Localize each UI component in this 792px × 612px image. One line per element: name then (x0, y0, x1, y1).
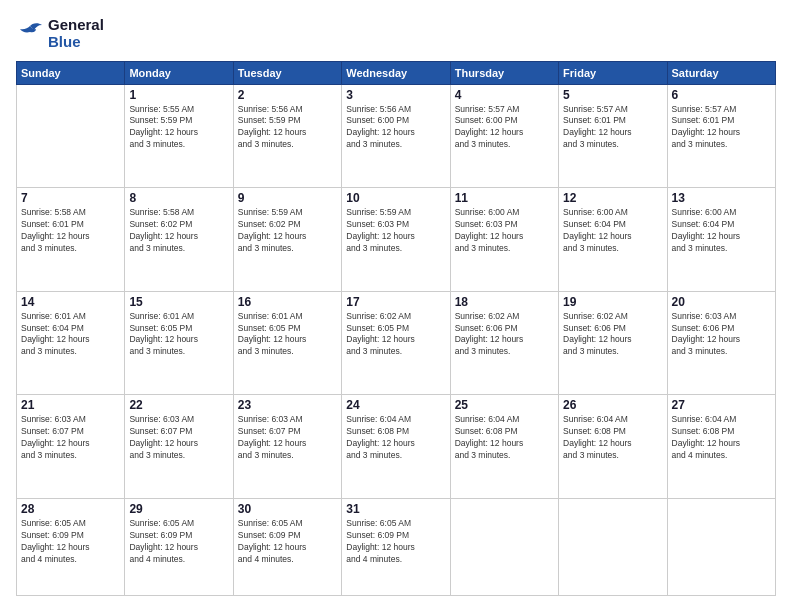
calendar-day-cell: 21Sunrise: 6:03 AM Sunset: 6:07 PM Dayli… (17, 395, 125, 499)
day-info: Sunrise: 5:56 AM Sunset: 5:59 PM Dayligh… (238, 104, 337, 152)
calendar-day-cell: 19Sunrise: 6:02 AM Sunset: 6:06 PM Dayli… (559, 291, 667, 395)
day-info: Sunrise: 6:03 AM Sunset: 6:06 PM Dayligh… (672, 311, 771, 359)
day-number: 3 (346, 88, 445, 102)
calendar-week-row: 7Sunrise: 5:58 AM Sunset: 6:01 PM Daylig… (17, 188, 776, 292)
day-info: Sunrise: 5:57 AM Sunset: 6:01 PM Dayligh… (563, 104, 662, 152)
day-info: Sunrise: 6:05 AM Sunset: 6:09 PM Dayligh… (346, 518, 445, 566)
day-info: Sunrise: 6:02 AM Sunset: 6:06 PM Dayligh… (455, 311, 554, 359)
calendar-day-cell: 17Sunrise: 6:02 AM Sunset: 6:05 PM Dayli… (342, 291, 450, 395)
logo-text-line2: Blue (48, 33, 104, 50)
calendar-day-header: Wednesday (342, 61, 450, 84)
day-number: 12 (563, 191, 662, 205)
logo-icon (16, 22, 44, 44)
calendar-day-cell: 29Sunrise: 6:05 AM Sunset: 6:09 PM Dayli… (125, 498, 233, 595)
day-number: 28 (21, 502, 120, 516)
calendar-day-cell: 13Sunrise: 6:00 AM Sunset: 6:04 PM Dayli… (667, 188, 775, 292)
calendar-day-cell: 24Sunrise: 6:04 AM Sunset: 6:08 PM Dayli… (342, 395, 450, 499)
calendar-day-cell: 30Sunrise: 6:05 AM Sunset: 6:09 PM Dayli… (233, 498, 341, 595)
calendar-day-cell: 2Sunrise: 5:56 AM Sunset: 5:59 PM Daylig… (233, 84, 341, 188)
day-number: 18 (455, 295, 554, 309)
day-info: Sunrise: 6:03 AM Sunset: 6:07 PM Dayligh… (129, 414, 228, 462)
calendar-day-cell (17, 84, 125, 188)
day-info: Sunrise: 6:01 AM Sunset: 6:05 PM Dayligh… (238, 311, 337, 359)
calendar-day-cell: 7Sunrise: 5:58 AM Sunset: 6:01 PM Daylig… (17, 188, 125, 292)
calendar-day-header: Sunday (17, 61, 125, 84)
calendar-day-cell: 8Sunrise: 5:58 AM Sunset: 6:02 PM Daylig… (125, 188, 233, 292)
day-number: 6 (672, 88, 771, 102)
day-info: Sunrise: 6:04 AM Sunset: 6:08 PM Dayligh… (455, 414, 554, 462)
calendar-day-cell: 3Sunrise: 5:56 AM Sunset: 6:00 PM Daylig… (342, 84, 450, 188)
calendar-day-cell: 6Sunrise: 5:57 AM Sunset: 6:01 PM Daylig… (667, 84, 775, 188)
day-number: 23 (238, 398, 337, 412)
calendar-week-row: 1Sunrise: 5:55 AM Sunset: 5:59 PM Daylig… (17, 84, 776, 188)
day-number: 20 (672, 295, 771, 309)
day-number: 21 (21, 398, 120, 412)
day-number: 5 (563, 88, 662, 102)
calendar-day-cell: 11Sunrise: 6:00 AM Sunset: 6:03 PM Dayli… (450, 188, 558, 292)
calendar-day-cell: 14Sunrise: 6:01 AM Sunset: 6:04 PM Dayli… (17, 291, 125, 395)
day-number: 11 (455, 191, 554, 205)
calendar-day-cell: 27Sunrise: 6:04 AM Sunset: 6:08 PM Dayli… (667, 395, 775, 499)
day-info: Sunrise: 5:59 AM Sunset: 6:03 PM Dayligh… (346, 207, 445, 255)
day-info: Sunrise: 6:04 AM Sunset: 6:08 PM Dayligh… (563, 414, 662, 462)
calendar-day-cell: 12Sunrise: 6:00 AM Sunset: 6:04 PM Dayli… (559, 188, 667, 292)
calendar-day-cell: 9Sunrise: 5:59 AM Sunset: 6:02 PM Daylig… (233, 188, 341, 292)
day-info: Sunrise: 6:05 AM Sunset: 6:09 PM Dayligh… (129, 518, 228, 566)
day-number: 2 (238, 88, 337, 102)
day-info: Sunrise: 5:56 AM Sunset: 6:00 PM Dayligh… (346, 104, 445, 152)
logo: General Blue (16, 16, 104, 51)
day-number: 4 (455, 88, 554, 102)
day-number: 25 (455, 398, 554, 412)
day-info: Sunrise: 5:57 AM Sunset: 6:00 PM Dayligh… (455, 104, 554, 152)
day-info: Sunrise: 6:04 AM Sunset: 6:08 PM Dayligh… (346, 414, 445, 462)
day-number: 31 (346, 502, 445, 516)
calendar-day-cell: 18Sunrise: 6:02 AM Sunset: 6:06 PM Dayli… (450, 291, 558, 395)
page: General Blue SundayMondayTuesdayWednesda… (0, 0, 792, 612)
day-number: 27 (672, 398, 771, 412)
day-number: 8 (129, 191, 228, 205)
day-number: 19 (563, 295, 662, 309)
logo-text-line1: General (48, 16, 104, 33)
calendar-day-cell: 15Sunrise: 6:01 AM Sunset: 6:05 PM Dayli… (125, 291, 233, 395)
day-number: 13 (672, 191, 771, 205)
calendar-day-header: Monday (125, 61, 233, 84)
calendar-day-cell: 10Sunrise: 5:59 AM Sunset: 6:03 PM Dayli… (342, 188, 450, 292)
calendar-week-row: 21Sunrise: 6:03 AM Sunset: 6:07 PM Dayli… (17, 395, 776, 499)
calendar-day-cell (450, 498, 558, 595)
day-info: Sunrise: 6:00 AM Sunset: 6:04 PM Dayligh… (672, 207, 771, 255)
day-number: 14 (21, 295, 120, 309)
day-info: Sunrise: 5:59 AM Sunset: 6:02 PM Dayligh… (238, 207, 337, 255)
calendar-day-header: Saturday (667, 61, 775, 84)
day-number: 16 (238, 295, 337, 309)
day-number: 22 (129, 398, 228, 412)
calendar-day-cell: 4Sunrise: 5:57 AM Sunset: 6:00 PM Daylig… (450, 84, 558, 188)
day-info: Sunrise: 6:02 AM Sunset: 6:05 PM Dayligh… (346, 311, 445, 359)
calendar-day-cell: 22Sunrise: 6:03 AM Sunset: 6:07 PM Dayli… (125, 395, 233, 499)
day-info: Sunrise: 5:58 AM Sunset: 6:01 PM Dayligh… (21, 207, 120, 255)
day-info: Sunrise: 6:03 AM Sunset: 6:07 PM Dayligh… (21, 414, 120, 462)
day-info: Sunrise: 6:01 AM Sunset: 6:05 PM Dayligh… (129, 311, 228, 359)
calendar-week-row: 14Sunrise: 6:01 AM Sunset: 6:04 PM Dayli… (17, 291, 776, 395)
calendar-day-cell: 25Sunrise: 6:04 AM Sunset: 6:08 PM Dayli… (450, 395, 558, 499)
day-info: Sunrise: 5:55 AM Sunset: 5:59 PM Dayligh… (129, 104, 228, 152)
day-info: Sunrise: 6:03 AM Sunset: 6:07 PM Dayligh… (238, 414, 337, 462)
day-number: 29 (129, 502, 228, 516)
day-info: Sunrise: 6:05 AM Sunset: 6:09 PM Dayligh… (21, 518, 120, 566)
day-info: Sunrise: 6:05 AM Sunset: 6:09 PM Dayligh… (238, 518, 337, 566)
day-info: Sunrise: 6:00 AM Sunset: 6:03 PM Dayligh… (455, 207, 554, 255)
day-number: 30 (238, 502, 337, 516)
calendar-day-cell: 26Sunrise: 6:04 AM Sunset: 6:08 PM Dayli… (559, 395, 667, 499)
day-number: 10 (346, 191, 445, 205)
calendar-day-header: Friday (559, 61, 667, 84)
calendar-day-cell: 5Sunrise: 5:57 AM Sunset: 6:01 PM Daylig… (559, 84, 667, 188)
day-number: 1 (129, 88, 228, 102)
calendar-day-header: Thursday (450, 61, 558, 84)
day-info: Sunrise: 5:58 AM Sunset: 6:02 PM Dayligh… (129, 207, 228, 255)
calendar-day-cell: 16Sunrise: 6:01 AM Sunset: 6:05 PM Dayli… (233, 291, 341, 395)
day-number: 17 (346, 295, 445, 309)
calendar-day-cell: 28Sunrise: 6:05 AM Sunset: 6:09 PM Dayli… (17, 498, 125, 595)
calendar-day-cell: 31Sunrise: 6:05 AM Sunset: 6:09 PM Dayli… (342, 498, 450, 595)
day-number: 24 (346, 398, 445, 412)
day-info: Sunrise: 6:01 AM Sunset: 6:04 PM Dayligh… (21, 311, 120, 359)
calendar-day-cell: 23Sunrise: 6:03 AM Sunset: 6:07 PM Dayli… (233, 395, 341, 499)
